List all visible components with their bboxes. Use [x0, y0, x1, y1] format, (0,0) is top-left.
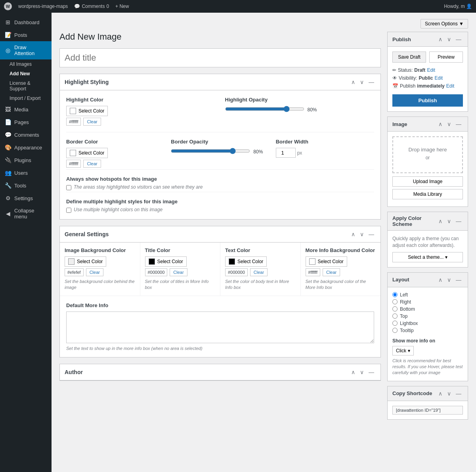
publish-panel: Publish ∧ ∨ — Save Draft Preview: [387, 32, 468, 112]
multiple-highlight-row: Use multiple highlight colors on this im…: [66, 207, 374, 213]
save-draft-button[interactable]: Save Draft: [392, 52, 426, 63]
image-bg-clear-button[interactable]: Clear: [86, 268, 103, 276]
sidebar-item-media[interactable]: 🖼 Media: [0, 103, 52, 116]
border-clear-button[interactable]: Clear: [83, 160, 101, 168]
image-panel-header: Image ∧ ∨ —: [388, 117, 468, 132]
panel-up-button[interactable]: ∧: [350, 78, 357, 86]
media-library-button[interactable]: Media Library: [392, 189, 463, 199]
layout-down-button[interactable]: ∨: [445, 276, 453, 284]
layout-radio-right[interactable]: [392, 299, 398, 304]
default-more-info-textarea[interactable]: [66, 311, 374, 343]
show-more-label: Show more info on: [392, 338, 463, 344]
theme-select-dropdown[interactable]: Select a theme... ▾: [392, 252, 463, 262]
sidebar-item-import-export[interactable]: Import / Export: [5, 94, 52, 103]
highlight-styling-panel: Highlight Styling ∧ ∨ — Highlight Color: [59, 74, 381, 220]
title-color-clear-button[interactable]: Clear: [170, 268, 187, 276]
sidebar-item-dashboard[interactable]: ⊞ Dashboard: [0, 16, 52, 29]
layout-toggle-button[interactable]: —: [454, 276, 463, 284]
status-edit-link[interactable]: Edit: [427, 67, 435, 73]
author-panel-toggle-button[interactable]: —: [367, 368, 376, 376]
sidebar-item-plugins[interactable]: 🔌 Plugins: [0, 154, 52, 166]
layout-radio-top[interactable]: [392, 313, 398, 319]
text-color-clear-button[interactable]: Clear: [250, 268, 268, 276]
title-color-picker-button[interactable]: Select Color: [145, 256, 187, 267]
topbar-items: W wordpress-image-maps 💬 Comments 0 + Ne…: [4, 2, 444, 10]
layout-option-right[interactable]: Right: [392, 299, 463, 305]
highlight-opacity-slider[interactable]: [225, 106, 304, 112]
default-more-info-section: Default More Info Set the text to show u…: [60, 296, 380, 357]
panel-down-button[interactable]: ∨: [358, 78, 365, 86]
shortcode-value[interactable]: [drawattention ID="19"]: [392, 406, 463, 415]
more-info-bg-picker-button[interactable]: Select Color: [306, 256, 347, 267]
layout-option-bottom[interactable]: Bottom: [392, 306, 463, 312]
border-width-input[interactable]: [276, 148, 296, 158]
color-scheme-up-button[interactable]: ∧: [437, 217, 444, 225]
layout-body: Left Right Bottom: [388, 287, 468, 381]
border-opacity-slider[interactable]: [171, 148, 250, 154]
sidebar-item-posts[interactable]: 📝 Posts: [0, 29, 52, 41]
layout-option-left[interactable]: Left: [392, 292, 463, 298]
topbar-new[interactable]: + New: [115, 4, 129, 9]
upload-image-button[interactable]: Upload Image: [392, 176, 463, 187]
image-down-button[interactable]: ∨: [445, 120, 453, 128]
publish-down-button[interactable]: ∨: [445, 35, 453, 43]
layout-option-tooltip[interactable]: Tooltip: [392, 328, 463, 333]
sidebar-item-settings[interactable]: ⚙ Settings: [0, 192, 52, 204]
image-bg-hex: #efefef: [65, 268, 84, 276]
sidebar-item-comments[interactable]: 💬 Comments: [0, 128, 52, 141]
highlight-color-picker-button[interactable]: Select Color: [66, 106, 108, 116]
layout-radio-tooltip[interactable]: [392, 328, 398, 333]
image-up-button[interactable]: ∧: [437, 120, 444, 128]
panel-toggle-button[interactable]: —: [367, 78, 376, 86]
layout-option-lightbox[interactable]: Lightbox: [392, 321, 463, 326]
layout-radio-left[interactable]: [392, 292, 398, 297]
color-scheme-panel-controls: ∧ ∨ —: [437, 217, 463, 225]
text-color-picker-button[interactable]: Select Color: [225, 256, 267, 267]
sidebar-item-tools[interactable]: 🔧 Tools: [0, 179, 52, 192]
sidebar-item-all-images[interactable]: All Images: [5, 59, 52, 69]
main-content: Add New Image Highlight Styling ∧ ∨ —: [59, 32, 381, 424]
gs-panel-up-button[interactable]: ∧: [350, 230, 357, 238]
publish-body: Save Draft Preview ✏ Status: Draft Edit …: [388, 47, 468, 111]
always-show-checkbox[interactable]: [66, 185, 71, 190]
publish-up-button[interactable]: ∧: [437, 35, 444, 43]
sidebar-item-draw-attention[interactable]: ◎ Draw Attention: [0, 41, 52, 59]
title-input[interactable]: [59, 48, 381, 67]
visibility-edit-link[interactable]: Edit: [434, 75, 443, 81]
gs-panel-down-button[interactable]: ∨: [358, 230, 365, 238]
publish-button[interactable]: Publish: [392, 94, 463, 107]
sidebar-item-license-support[interactable]: License & Support: [5, 78, 52, 94]
screen-options-button[interactable]: Screen Options ▼: [421, 19, 468, 29]
wp-logo-icon[interactable]: W: [4, 2, 12, 10]
color-scheme-down-button[interactable]: ∨: [445, 217, 453, 225]
more-info-bg-clear-button[interactable]: Clear: [323, 268, 340, 276]
highlight-clear-button[interactable]: Clear: [83, 118, 101, 126]
layout-option-top[interactable]: Top: [392, 313, 463, 319]
gs-panel-toggle-button[interactable]: —: [367, 230, 376, 238]
sidebar-item-appearance[interactable]: 🎨 Appearance: [0, 141, 52, 154]
layout-radio-lightbox[interactable]: [392, 321, 398, 326]
copy-shortcode-toggle-button[interactable]: —: [454, 390, 463, 397]
copy-shortcode-up-button[interactable]: ∧: [437, 390, 444, 397]
show-more-dropdown[interactable]: Click ▾: [392, 346, 414, 355]
preview-button[interactable]: Preview: [429, 52, 463, 63]
image-bg-color-picker-button[interactable]: Select Color: [65, 256, 106, 267]
sidebar-item-add-new[interactable]: Add New: [5, 69, 52, 78]
multiple-highlight-checkbox[interactable]: [66, 208, 71, 213]
sidebar-item-collapse[interactable]: ◀ Collapse menu: [0, 204, 52, 223]
publish-toggle-button[interactable]: —: [454, 35, 463, 43]
topbar-comments[interactable]: 💬 Comments 0: [74, 4, 109, 9]
copy-shortcode-down-button[interactable]: ∨: [445, 390, 453, 397]
topbar-site-name[interactable]: wordpress-image-maps: [18, 4, 68, 9]
layout-radio-bottom[interactable]: [392, 306, 398, 311]
sidebar-item-pages[interactable]: 📄 Pages: [0, 116, 52, 128]
drop-area[interactable]: Drop image here or: [392, 136, 463, 173]
image-toggle-button[interactable]: —: [454, 120, 463, 128]
color-scheme-toggle-button[interactable]: —: [454, 217, 463, 225]
author-panel-down-button[interactable]: ∨: [358, 368, 365, 376]
border-color-picker-button[interactable]: Select Color: [66, 148, 108, 158]
author-panel-up-button[interactable]: ∧: [350, 368, 357, 376]
layout-up-button[interactable]: ∧: [437, 276, 444, 284]
publish-date-edit-link[interactable]: Edit: [446, 83, 455, 89]
sidebar-item-users[interactable]: 👥 Users: [0, 166, 52, 179]
